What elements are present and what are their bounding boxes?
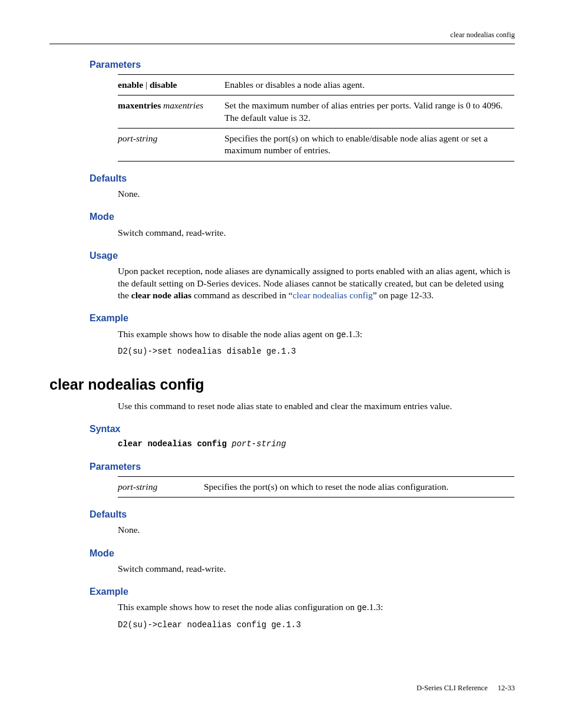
running-title: clear nodealias config [450,31,515,39]
heading-mode-1: Mode [90,210,515,223]
param-desc-cell: Set the maximum number of alias entries … [224,95,514,129]
example-intro-pre-1: This example shows how to disable the no… [118,329,336,339]
param-name-cell: enable | disable [118,74,224,95]
page: clear nodealias config Parameters enable… [0,0,562,728]
mode-body-2: Switch command, read-write. [118,563,515,575]
table-row: port-stringSpecifies the port(s) on whic… [118,128,514,161]
page-footer: D-Series CLI Reference 12-33 [416,683,515,693]
param-name-cell: port-string [118,128,224,161]
param-name-part: port-string [118,482,157,492]
defaults-body-2: None. [118,524,515,536]
param-desc-cell: Specifies the port(s) on which to enable… [224,128,514,161]
usage-link[interactable]: clear nodealias config [293,290,373,300]
param-name-cell: maxentries maxentries [118,95,224,129]
example-intro-code-2: ge [357,603,367,612]
mode-text-2: Switch command, read-write. [118,563,515,575]
param-name-part: maxentries [161,100,203,110]
heading-parameters-2: Parameters [90,460,515,473]
param-name-cell: port-string [118,476,204,497]
param-name-part: port-string [118,133,157,143]
parameters-table-1: enable | disableEnables or disables a no… [118,74,514,162]
example-code-2: D2(su)->clear nodealias config ge.1.3 [118,620,515,630]
heading-parameters-1: Parameters [90,58,515,71]
example-code-1: D2(su)->set nodealias disable ge.1.3 [118,346,515,357]
heading-usage-1: Usage [90,249,515,262]
running-header: clear nodealias config [49,30,515,44]
table-row: port-stringSpecifies the port(s) on whic… [118,476,514,497]
syntax-body-2: clear nodealias config port-string [118,439,515,449]
footer-book: D-Series CLI Reference [416,684,488,692]
syntax-bold: clear nodealias config [118,439,227,449]
heading-example-1: Example [90,312,515,324]
param-name-part: enable [118,80,143,90]
example-intro-pre-2: This example shows how to reset the node… [118,602,357,612]
syntax-italic: port-string [227,439,286,449]
mode-text-1: Switch command, read-write. [118,227,515,239]
footer-page: 12-33 [498,684,515,692]
usage-body-1: Upon packet reception, node aliases are … [118,265,515,301]
defaults-text-2: None. [118,524,515,536]
param-name-part: maxentries [118,100,161,110]
usage-text-post: ” on page 12-33. [373,290,434,300]
example-intro-post-2: .1.3: [367,602,384,612]
usage-text-mid: command as described in “ [191,290,293,300]
example-intro-code-1: ge [336,330,346,340]
heading-defaults-1: Defaults [90,172,515,185]
example-intro-2: This example shows how to reset the node… [118,601,515,613]
usage-text-bold: clear node alias [131,290,191,300]
param-desc-cell: Enables or disables a node alias agent. [224,74,514,95]
defaults-body-1: None. [118,188,515,200]
example-intro-1: This example shows how to disable the no… [118,328,515,340]
table-row: enable | disableEnables or disables a no… [118,74,514,95]
usage-paragraph: Upon packet reception, node aliases are … [118,265,515,301]
param-name-part: | [143,80,150,90]
command-intro: Use this command to reset node alias sta… [118,400,515,412]
heading-mode-2: Mode [90,547,515,559]
command-intro-block: Use this command to reset node alias sta… [118,400,515,412]
heading-syntax-2: Syntax [90,423,515,435]
heading-example-2: Example [90,585,515,598]
command-heading: clear nodealias config [49,375,515,394]
param-name-part: disable [150,80,177,90]
example-intro-post-1: .1.3: [346,329,362,339]
example-body-2: This example shows how to reset the node… [118,601,515,630]
example-body-1: This example shows how to disable the no… [118,328,515,357]
parameters-table-2: port-stringSpecifies the port(s) on whic… [118,476,514,498]
mode-body-1: Switch command, read-write. [118,227,515,239]
syntax-line: clear nodealias config port-string [118,439,515,449]
defaults-text-1: None. [118,188,515,200]
table-row: maxentries maxentriesSet the maximum num… [118,95,514,129]
heading-defaults-2: Defaults [90,508,515,521]
param-desc-cell: Specifies the port(s) on which to reset … [204,476,514,497]
